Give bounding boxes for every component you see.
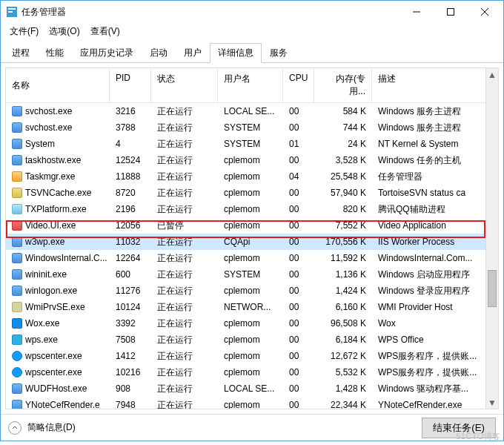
proc-desc: Windows 服务主进程 [372,120,498,136]
proc-cpu: 00 [283,284,314,297]
scroll-up-icon[interactable]: ▲ [486,68,498,81]
table-row[interactable]: wpscenter.exe10216正在运行cplemom005,532 KWP… [6,364,498,380]
menu-file[interactable]: 文件(F) [5,24,43,39]
proc-pid: 12264 [110,251,151,265]
proc-cpu: 00 [283,186,314,200]
proc-mem: 96,508 K [314,317,372,330]
proc-desc: WPS服务程序，提供账... [372,365,498,380]
table-row[interactable]: svchost.exe3788正在运行SYSTEM00744 KWindows … [6,119,498,136]
process-icon [12,139,22,149]
fewer-details-link[interactable]: 简略信息(D) [27,421,76,434]
titlebar[interactable]: 任务管理器 [1,1,503,23]
table-row[interactable]: Wox.exe3392正在运行cplemom0096,508 KWox [6,315,498,332]
table-row[interactable]: wininit.exe600正在运行SYSTEM001,136 KWindows… [6,266,498,283]
proc-pid: 3788 [110,121,151,134]
proc-desc: Wox [372,317,498,330]
proc-pid: 4 [110,137,151,151]
process-icon [12,351,22,361]
tab-4[interactable]: 用户 [176,43,210,63]
proc-status: 正在运行 [151,300,218,315]
proc-name: wpscenter.exe [25,351,82,361]
proc-mem: 12,672 K [314,349,372,363]
col-pid[interactable]: PID [110,68,151,102]
process-icon [12,237,22,247]
table-row[interactable]: YNoteCefRender.e7948正在运行cplemom0022,344 … [6,397,498,409]
proc-mem: 57,940 K [314,186,372,200]
proc-name: WUDFHost.exe [25,383,87,394]
table-row[interactable]: svchost.exe3216正在运行LOCAL SE...00584 KWin… [6,103,498,119]
table-row[interactable]: taskhostw.exe12524正在运行cplemom003,528 KWi… [6,152,498,168]
proc-status: 正在运行 [151,169,218,185]
watermark: 51CTO博客 [456,431,501,442]
scroll-thumb[interactable] [488,270,497,307]
table-row[interactable]: wps.exe7508正在运行cplemom006,184 KWPS Offic… [6,332,498,348]
process-icon [12,318,22,329]
window-title: 任务管理器 [21,6,399,19]
tab-5[interactable]: 详细信息 [210,43,262,63]
proc-status: 正在运行 [151,349,218,364]
menu-view[interactable]: 查看(V) [86,24,125,39]
proc-name: WmiPrvSE.exe [25,302,85,312]
details-panel: 名称 PID 状态 用户名 CPU 内存(专用... 描述 svchost.ex… [1,63,503,414]
table-row[interactable]: TXPlatform.exe2196正在运行cplemom00820 K腾讯QQ… [6,201,498,217]
proc-status: 正在运行 [151,283,218,299]
proc-cpu: 00 [283,349,314,363]
table-row[interactable]: WmiPrvSE.exe10124正在运行NETWOR...006,160 KW… [6,299,498,315]
proc-status: 正在运行 [151,398,218,410]
proc-user: LOCAL SE... [218,382,283,395]
proc-status: 正在运行 [151,185,218,201]
tab-0[interactable]: 进程 [4,43,38,63]
process-icon [12,334,22,345]
proc-cpu: 00 [283,382,314,395]
col-desc[interactable]: 描述 [372,68,498,102]
maximize-button[interactable] [434,1,468,23]
menubar: 文件(F) 选项(O) 查看(V) [1,23,503,39]
proc-pid: 10216 [110,366,151,379]
proc-desc: WPS Office [372,333,498,346]
proc-desc: Video Application [372,219,498,232]
proc-desc: IIS Worker Process [372,235,498,248]
tab-1[interactable]: 性能 [38,43,72,63]
tab-6[interactable]: 服务 [262,43,296,63]
proc-mem: 744 K [314,121,372,134]
menu-options[interactable]: 选项(O) [44,24,84,39]
table-row[interactable]: WUDFHost.exe908正在运行LOCAL SE...001,428 KW… [6,380,498,397]
table-row[interactable]: Taskmgr.exe11888正在运行cplemom0425,548 K任务管… [6,168,498,185]
proc-user: cplemom [218,202,283,216]
proc-name: wpscenter.exe [25,367,82,378]
proc-user: cplemom [218,398,283,409]
tab-3[interactable]: 启动 [142,43,176,63]
table-header: 名称 PID 状态 用户名 CPU 内存(专用... 描述 [6,68,498,103]
table-row[interactable]: winlogon.exe11276正在运行cplemom001,424 KWin… [6,283,498,299]
process-icon [12,204,22,214]
close-button[interactable] [468,1,502,23]
col-mem[interactable]: 内存(专用... [314,68,372,102]
table-row[interactable]: w3wp.exe11032正在运行CQApi00170,556 KIIS Wor… [6,234,498,250]
col-status[interactable]: 状态 [151,68,218,102]
scroll-down-icon[interactable]: ▼ [486,396,498,409]
app-icon [7,7,17,17]
table-row[interactable]: WindowsInternal.C...12264正在运行cplemom0011… [6,250,498,266]
proc-desc: 腾讯QQ辅助进程 [372,202,498,217]
minimize-button[interactable] [399,1,434,23]
vertical-scrollbar[interactable]: ▲ ▼ [485,68,498,409]
proc-mem: 24 K [314,137,372,151]
proc-cpu: 00 [283,333,314,346]
proc-user: SYSTEM [218,121,283,134]
proc-pid: 11032 [110,235,151,248]
proc-mem: 7,552 K [314,219,372,232]
fewer-details-icon[interactable] [8,421,21,435]
tab-2[interactable]: 应用历史记录 [72,43,142,63]
col-user[interactable]: 用户名 [218,68,283,102]
col-name[interactable]: 名称 [6,68,110,102]
table-row[interactable]: TSVNCache.exe8720正在运行cplemom0057,940 KTo… [6,185,498,201]
table-row[interactable]: wpscenter.exe1412正在运行cplemom0012,672 KWP… [6,348,498,364]
proc-user: cplemom [218,154,283,167]
proc-mem: 5,532 K [314,366,372,379]
proc-cpu: 00 [283,121,314,134]
col-cpu[interactable]: CPU [283,68,314,102]
proc-status: 正在运行 [151,153,218,168]
proc-cpu: 00 [283,268,314,281]
table-row[interactable]: Video.UI.exe12056已暂停cplemom007,552 KVide… [6,217,498,234]
table-row[interactable]: System4正在运行SYSTEM0124 KNT Kernel & Syste… [6,136,498,152]
